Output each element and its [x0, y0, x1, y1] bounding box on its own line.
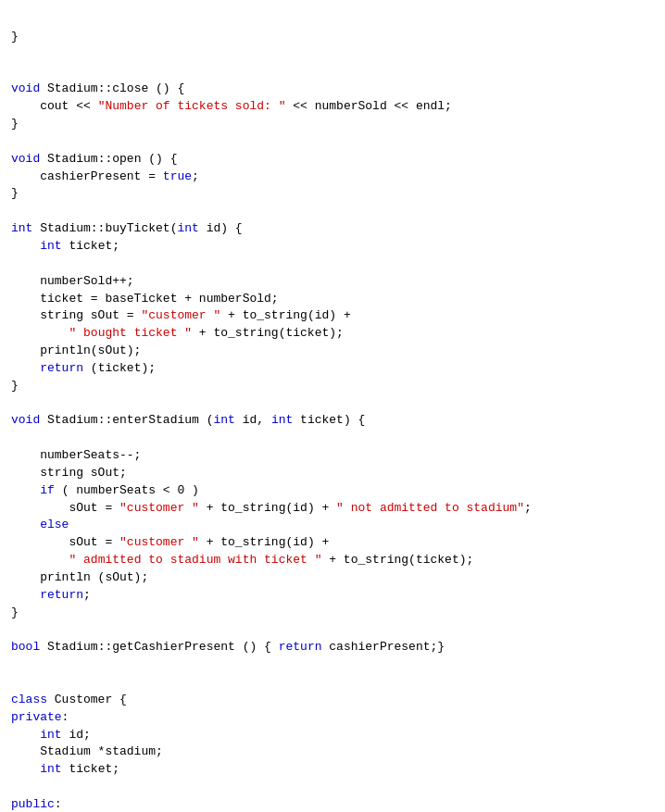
- code-line: string sOut = "customer " + to_string(id…: [11, 308, 351, 322]
- code-line: bool Stadium::getCashierPresent () { ret…: [11, 640, 445, 654]
- code-line: cout << "Number of tickets sold: " << nu…: [11, 99, 452, 113]
- code-line: public:: [11, 797, 62, 811]
- code-line: }: [11, 186, 19, 200]
- code-line: " admitted to stadium with ticket " + to…: [11, 553, 473, 567]
- code-line: ticket = baseTicket + numberSold;: [11, 292, 279, 306]
- code-line: println (sOut);: [11, 570, 148, 584]
- code-line: Stadium *stadium;: [11, 744, 163, 758]
- code-line: class Customer {: [11, 693, 127, 706]
- code-line: int ticket;: [11, 762, 119, 776]
- code-line: sOut = "customer " + to_string(id) +: [11, 535, 329, 549]
- code-line: void Stadium::close () {: [11, 81, 184, 95]
- code-line: if ( numberSeats < 0 ): [11, 483, 199, 497]
- code-line: }: [11, 117, 19, 131]
- code-line: private:: [11, 710, 69, 724]
- code-line: string sOut;: [11, 466, 127, 480]
- code-line: " bought ticket " + to_string(ticket);: [11, 326, 344, 340]
- code-line: numberSold++;: [11, 274, 134, 288]
- code-line: numberSeats--;: [11, 448, 141, 462]
- code-line: int id;: [11, 728, 91, 742]
- code-line: int Stadium::buyTicket(int id) {: [11, 221, 243, 235]
- code-line: }: [11, 379, 19, 393]
- code-line: else: [11, 518, 69, 531]
- code-line: }: [11, 606, 19, 619]
- code-line: return (ticket);: [11, 361, 156, 375]
- code-line: void Stadium::enterStadium (int id, int …: [11, 413, 365, 427]
- code-line: }: [11, 30, 19, 44]
- code-line: cashierPresent = true;: [11, 169, 199, 183]
- code-line: println(sOut);: [11, 344, 141, 357]
- code-line: sOut = "customer " + to_string(id) + " n…: [11, 501, 532, 515]
- code-line: return;: [11, 588, 91, 602]
- code-line: void Stadium::open () {: [11, 152, 177, 166]
- code-editor: } void Stadium::close () { cout << "Numb…: [0, 7, 665, 812]
- code-line: int ticket;: [11, 239, 119, 253]
